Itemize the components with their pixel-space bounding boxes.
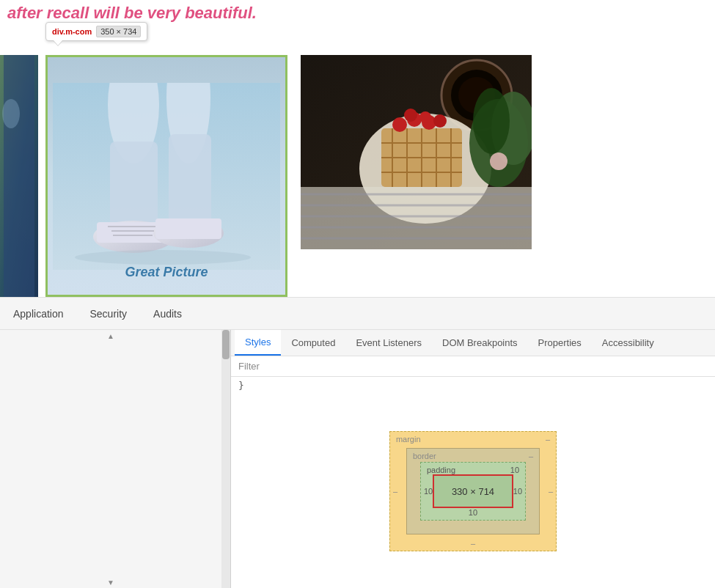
margin-dash-left: – [393, 487, 397, 496]
style-tab-computed[interactable]: Computed [281, 330, 345, 356]
right-image [301, 55, 532, 249]
padding-right-value: 10 [513, 487, 522, 496]
margin-dash-right: – [549, 487, 553, 496]
main-image: Great Picture [45, 55, 287, 297]
border-label: border [413, 452, 436, 460]
border-value: – [529, 452, 533, 460]
devtools-panel: ▲ ▼ Styles Computed Event Listeners DOM … [0, 330, 715, 588]
dom-scroll-up[interactable]: ▲ [0, 330, 221, 342]
padding-box: padding 10 10 10 10 330 × 714 [420, 462, 526, 521]
svg-rect-6 [110, 142, 158, 229]
svg-point-39 [490, 152, 507, 170]
margin-label: margin [396, 435, 421, 444]
box-model-wrapper: margin – – – – border – padding 10 10 [231, 394, 715, 588]
svg-rect-11 [155, 218, 221, 239]
images-row: Great Picture [0, 55, 532, 297]
style-tab-dom-breakpoints[interactable]: DOM Breakpoints [432, 330, 528, 356]
left-partial-image-inner [0, 55, 38, 297]
filter-label: Filter [238, 361, 260, 372]
style-tab-styles[interactable]: Styles [235, 330, 281, 356]
dom-panel: ▲ ▼ [0, 330, 231, 588]
content-box: 330 × 714 [433, 474, 513, 508]
main-image-caption: Great Picture [48, 265, 285, 280]
svg-point-35 [433, 114, 447, 128]
box-model-diagram: margin – – – – border – padding 10 10 [389, 431, 557, 551]
svg-point-33 [404, 109, 417, 122]
padding-left-value: 10 [424, 487, 433, 496]
border-box: border – padding 10 10 10 10 330 × 714 [406, 448, 540, 534]
style-tab-event-listeners[interactable]: Event Listeners [345, 330, 432, 356]
svg-point-2 [2, 99, 20, 128]
right-image-wrapper: Cool Image [287, 55, 532, 297]
tab-security[interactable]: Security [77, 298, 141, 329]
food-svg [301, 55, 532, 249]
devtools-tabs-bar: Application Security Audits [0, 297, 715, 330]
content-size: 330 × 714 [452, 486, 494, 497]
margin-value-top: – [546, 435, 550, 444]
style-tab-properties[interactable]: Properties [528, 330, 592, 356]
svg-rect-40 [301, 187, 532, 249]
svg-point-15 [75, 250, 251, 265]
shoe-image-content [48, 57, 285, 295]
dom-scrollbar-thumb[interactable] [222, 330, 230, 359]
tooltip-selector: div.m-com [52, 27, 92, 36]
margin-box: margin – – – – border – padding 10 10 [389, 431, 557, 551]
style-tab-accessibility[interactable]: Accessibility [592, 330, 664, 356]
padding-value-top: 10 [510, 466, 519, 474]
brace-line: } [231, 377, 715, 394]
tab-audits[interactable]: Audits [140, 298, 195, 329]
margin-dash-bottom: – [471, 539, 475, 548]
left-image-svg [0, 55, 38, 297]
svg-point-38 [473, 88, 510, 154]
element-tooltip: div.m-com 350 × 734 [45, 22, 147, 41]
shoe-svg [53, 83, 280, 270]
styles-panel: Styles Computed Event Listeners DOM Brea… [231, 330, 715, 588]
svg-point-34 [419, 111, 431, 123]
padding-value-bottom: 10 [469, 508, 477, 517]
left-partial-image [0, 55, 38, 297]
svg-rect-7 [169, 134, 211, 229]
website-preview: after recall will be very beautiful. div… [0, 0, 715, 297]
dom-scroll-down[interactable]: ▼ [0, 576, 221, 588]
dom-scrollbar[interactable] [221, 330, 230, 588]
filter-bar[interactable]: Filter [231, 356, 715, 377]
svg-point-30 [392, 117, 407, 132]
padding-label: padding [427, 466, 455, 474]
tooltip-size: 350 × 734 [96, 26, 141, 37]
style-tabs: Styles Computed Event Listeners DOM Brea… [231, 330, 715, 356]
tab-application[interactable]: Application [0, 298, 77, 329]
svg-rect-1 [4, 55, 34, 297]
